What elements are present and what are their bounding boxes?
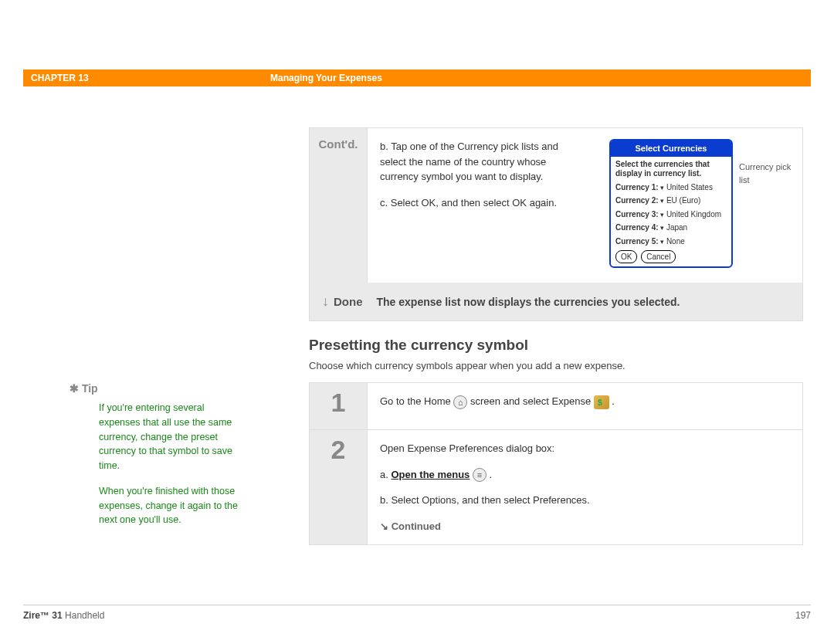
palm-currency-row: Currency 5: None (615, 236, 727, 248)
contd-panel: Cont'd. Select Currencies Select the cur… (309, 127, 803, 321)
chapter-header: CHAPTER 13 Managing Your Expenses (23, 69, 811, 86)
step-1-body: Go to the Home ⌂ screen and select Expen… (368, 383, 802, 429)
section-heading: Presetting the currency symbol (309, 337, 803, 354)
chapter-title: Managing Your Expenses (270, 73, 382, 83)
step1-text-mid: screen and select Expense (470, 395, 594, 407)
tip-label: Tip (70, 382, 247, 395)
palm-instruction: Select the currencies that display in cu… (615, 160, 727, 178)
palm-callout: Currency pick list (739, 161, 792, 186)
contd-body: Select Currencies Select the currencies … (368, 128, 802, 283)
page-footer: Zire™ 31 Handheld 197 (23, 605, 811, 621)
step2-b: b. Select Options, and then select Prefe… (380, 493, 790, 508)
step1-text-pre: Go to the Home (380, 395, 453, 407)
palm-dialog: Select Currencies Select the currencies … (609, 139, 733, 268)
palm-currency-row: Currency 1: United States (615, 181, 727, 194)
product-name: Zire™ 31 Handheld (23, 610, 104, 621)
done-row: ↓ Done The expense list now displays the… (310, 283, 802, 320)
palm-ok-button[interactable]: OK (615, 250, 637, 263)
palm-cancel-button[interactable]: Cancel (641, 250, 676, 263)
open-menus-link[interactable]: Open the menus (391, 469, 470, 480)
tip-paragraph: When you're finished with those expenses… (99, 484, 247, 527)
step2-a: a. Open the menus ≡ . (380, 467, 790, 483)
page-number: 197 (795, 610, 811, 621)
palm-title: Select Currencies (611, 141, 731, 157)
palm-currency-row: Currency 3: United Kingdom (615, 208, 727, 221)
step-number-1: 1 (310, 383, 368, 429)
tip-sidebar: Tip If you're entering several expenses … (70, 382, 247, 538)
chapter-label: CHAPTER 13 (31, 73, 270, 83)
palm-currency-row: Currency 2: EU (Euro) (615, 195, 727, 207)
done-label: Done (334, 295, 363, 308)
step1-text-post: . (612, 395, 615, 407)
main-content: Cont'd. Select Currencies Select the cur… (309, 127, 803, 561)
palm-currency-row: Currency 4: Japan (615, 222, 727, 234)
tip-body: If you're entering several expenses that… (99, 401, 247, 527)
palm-screenshot: Select Currencies Select the currencies … (605, 139, 736, 270)
done-arrow-icon: ↓ (322, 293, 329, 310)
steps-panel: 1 Go to the Home ⌂ screen and select Exp… (309, 382, 803, 545)
continued-label: Continued (380, 519, 790, 534)
home-icon: ⌂ (453, 395, 467, 409)
contd-label: Cont'd. (318, 137, 358, 151)
done-text: The expense list now displays the curren… (377, 296, 680, 308)
section-subtext: Choose which currency symbols appear whe… (309, 360, 803, 371)
step-2-body: Open Expense Preferences dialog box: a. … (368, 430, 802, 544)
contd-step-b: b. Tap one of the Currency pick lists an… (380, 139, 565, 185)
menu-icon: ≡ (473, 468, 486, 482)
tip-paragraph: If you're entering several expenses that… (99, 401, 247, 473)
contd-step-c: c. Select OK, and then select OK again. (380, 195, 565, 211)
step-number-2: 2 (310, 430, 368, 544)
step2-intro: Open Expense Preferences dialog box: (380, 441, 790, 456)
expense-icon (594, 395, 609, 409)
contd-left: Cont'd. (310, 128, 368, 283)
